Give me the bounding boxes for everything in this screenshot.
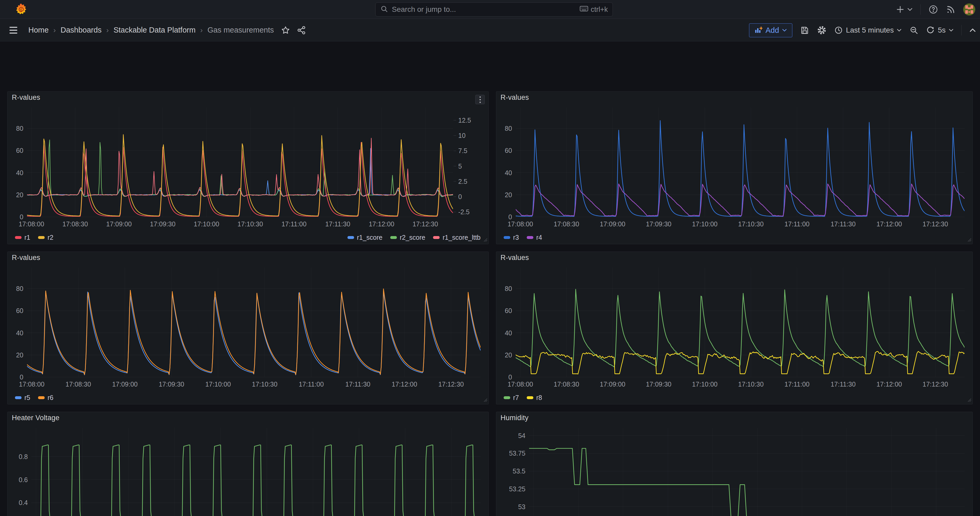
shortcut-label: ctrl+k bbox=[591, 5, 608, 14]
svg-text:17:08:00: 17:08:00 bbox=[19, 220, 44, 228]
star-icon bbox=[281, 26, 290, 35]
legend-item-r3[interactable]: r3 bbox=[504, 234, 519, 241]
panel-menu-button[interactable] bbox=[475, 95, 485, 104]
svg-text:17:10:00: 17:10:00 bbox=[205, 381, 231, 388]
clock-icon bbox=[834, 26, 843, 34]
menu-toggle-button[interactable] bbox=[10, 27, 18, 33]
panel-title[interactable]: Humidity bbox=[501, 414, 528, 422]
svg-text:17:09:30: 17:09:30 bbox=[159, 381, 184, 388]
svg-text:2.5: 2.5 bbox=[458, 178, 468, 185]
svg-text:80: 80 bbox=[505, 285, 512, 292]
svg-text:17:10:00: 17:10:00 bbox=[692, 220, 718, 228]
svg-text:7.5: 7.5 bbox=[458, 147, 468, 154]
chart-r-values-4[interactable]: 17:08:0017:08:3017:09:0017:09:3017:10:00… bbox=[496, 263, 972, 392]
keyboard-icon bbox=[580, 5, 588, 14]
legend-item-r5[interactable]: r5 bbox=[15, 394, 30, 401]
share-button[interactable] bbox=[297, 26, 306, 35]
new-menu-button[interactable] bbox=[896, 5, 913, 14]
panel-resize-handle[interactable] bbox=[483, 398, 487, 403]
legend-swatch bbox=[433, 236, 440, 239]
svg-text:17:09:00: 17:09:00 bbox=[112, 381, 137, 388]
svg-text:17:12:30: 17:12:30 bbox=[412, 220, 438, 228]
panel-resize-handle[interactable] bbox=[967, 238, 971, 243]
global-search[interactable]: ctrl+k bbox=[375, 2, 613, 16]
favorite-button[interactable] bbox=[281, 26, 290, 35]
zoom-out-icon bbox=[909, 26, 918, 35]
panel-r-values-4: R-values 17:08:0017:08:3017:09:0017:09:3… bbox=[496, 252, 973, 405]
svg-text:5: 5 bbox=[458, 162, 462, 170]
legend-item-r6[interactable]: r6 bbox=[38, 394, 53, 401]
panel-title[interactable]: R-values bbox=[12, 254, 40, 262]
dashboard-canvas: R-values 17:08:0017:08:3017:09:0017:09:3… bbox=[0, 41, 980, 516]
help-button[interactable] bbox=[929, 5, 938, 14]
add-panel-button[interactable]: Add bbox=[749, 23, 792, 37]
news-button[interactable] bbox=[946, 5, 955, 14]
svg-text:20: 20 bbox=[16, 351, 23, 359]
user-avatar[interactable] bbox=[963, 3, 975, 16]
panel-title[interactable]: R-values bbox=[501, 254, 529, 262]
legend-item-r2[interactable]: r2 bbox=[38, 234, 53, 241]
panel-resize-handle[interactable] bbox=[967, 398, 971, 403]
svg-text:0: 0 bbox=[20, 213, 23, 221]
panel-humidity: Humidity 17:08:0017:08:3017:09:0017:09:3… bbox=[496, 412, 973, 516]
legend-item-r1[interactable]: r1 bbox=[15, 234, 30, 241]
panel-title[interactable]: Heater Voltage bbox=[12, 414, 59, 422]
legend-item-r2_score[interactable]: r2_score bbox=[390, 234, 425, 241]
svg-text:17:12:30: 17:12:30 bbox=[923, 220, 948, 228]
search-input[interactable] bbox=[392, 5, 576, 14]
legend-item-r8[interactable]: r8 bbox=[527, 394, 542, 401]
breadcrumb-dashboards[interactable]: Dashboards bbox=[60, 26, 102, 34]
legend-item-r1_score[interactable]: r1_score bbox=[347, 234, 382, 241]
help-icon bbox=[929, 5, 938, 14]
panel-title[interactable]: R-values bbox=[501, 94, 529, 102]
svg-text:0: 0 bbox=[458, 193, 462, 201]
legend-item-r4[interactable]: r4 bbox=[527, 234, 542, 241]
legend-label: r1_score bbox=[357, 234, 382, 241]
svg-text:12.5: 12.5 bbox=[458, 116, 471, 124]
breadcrumb-current[interactable]: Gas measurements bbox=[207, 26, 274, 34]
save-dashboard-button[interactable] bbox=[800, 26, 809, 35]
save-icon bbox=[800, 26, 809, 35]
svg-text:17:11:30: 17:11:30 bbox=[345, 381, 370, 388]
legend-label: r1_score_lttb bbox=[442, 234, 480, 241]
chart-r-values-2[interactable]: 17:08:0017:08:3017:09:0017:09:3017:10:00… bbox=[496, 103, 972, 231]
legend-item-r1_score_lttb[interactable]: r1_score_lttb bbox=[433, 234, 480, 241]
time-range-picker[interactable]: Last 5 minutes bbox=[834, 26, 902, 34]
legend-swatch bbox=[15, 236, 22, 239]
search-shortcut: ctrl+k bbox=[580, 5, 608, 14]
refresh-picker[interactable]: 5s bbox=[926, 26, 953, 34]
panel-resize-handle[interactable] bbox=[483, 238, 487, 243]
share-icon bbox=[297, 26, 306, 35]
svg-text:54: 54 bbox=[518, 432, 525, 439]
svg-text:0.6: 0.6 bbox=[19, 476, 28, 483]
legend-swatch bbox=[38, 396, 45, 399]
breadcrumb: Home › Dashboards › Stackable Data Platf… bbox=[29, 26, 274, 34]
gear-icon bbox=[817, 25, 826, 35]
zoom-out-button[interactable] bbox=[909, 26, 918, 35]
svg-text:10: 10 bbox=[458, 132, 466, 139]
breadcrumb-folder[interactable]: Stackable Data Platform bbox=[113, 26, 196, 34]
svg-text:0: 0 bbox=[508, 373, 512, 381]
legend-label: r1 bbox=[24, 234, 30, 241]
svg-text:17:09:30: 17:09:30 bbox=[646, 381, 671, 388]
dashboard-settings-button[interactable] bbox=[817, 25, 826, 35]
collapse-toolbar-button[interactable] bbox=[969, 28, 976, 32]
chart-r-values-1[interactable]: 17:08:0017:08:3017:09:0017:09:3017:10:00… bbox=[8, 103, 488, 231]
breadcrumb-separator: › bbox=[53, 26, 56, 34]
chart-r-values-3[interactable]: 17:08:0017:08:3017:09:0017:09:3017:10:00… bbox=[8, 263, 488, 392]
legend-label: r7 bbox=[513, 394, 519, 401]
grafana-logo-icon[interactable] bbox=[15, 3, 28, 16]
breadcrumb-home[interactable]: Home bbox=[29, 26, 49, 34]
top-navigation-bar: ctrl+k bbox=[0, 0, 980, 19]
chart-humidity[interactable]: 17:08:0017:08:3017:09:0017:09:3017:10:00… bbox=[496, 424, 972, 516]
legend-label: r6 bbox=[48, 394, 53, 401]
chart-heater-voltage[interactable]: 17:08:0017:08:3017:09:0017:09:3017:10:00… bbox=[8, 424, 488, 516]
legend-swatch bbox=[38, 236, 45, 239]
panel-title[interactable]: R-values bbox=[12, 94, 40, 102]
svg-text:17:08:00: 17:08:00 bbox=[508, 220, 533, 228]
svg-text:0: 0 bbox=[508, 213, 512, 221]
legend-item-r7[interactable]: r7 bbox=[504, 394, 519, 401]
svg-text:17:09:30: 17:09:30 bbox=[150, 220, 175, 228]
svg-text:17:09:00: 17:09:00 bbox=[106, 220, 132, 228]
svg-text:17:12:00: 17:12:00 bbox=[876, 381, 902, 388]
